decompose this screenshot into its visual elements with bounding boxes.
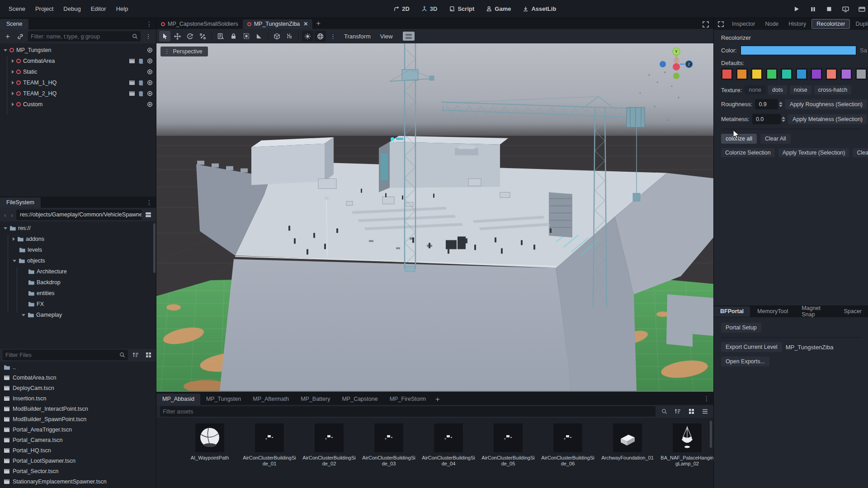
asset-item[interactable]: AirConClusterBuildingSide_02: [301, 423, 357, 488]
view-menu[interactable]: View: [376, 31, 397, 42]
default-color-swatch[interactable]: [721, 68, 733, 80]
new-scene-tab-button[interactable]: +: [312, 19, 324, 29]
current-path[interactable]: res://objects/Gameplay/Common/VehicleSpa…: [16, 210, 142, 220]
selection-list-button[interactable]: [215, 31, 226, 42]
viewport-3d[interactable]: Y Z ⋮ Perspective: [156, 43, 713, 392]
workspace-2d-button[interactable]: 2D: [390, 4, 413, 14]
texture-option-button[interactable]: noise: [790, 85, 811, 94]
file-filter[interactable]: [3, 350, 128, 360]
scene-tree-row[interactable]: TEAM_1_HQ: [0, 77, 156, 88]
file-row[interactable]: ..: [0, 362, 156, 373]
colorize-all-button[interactable]: colorize all: [721, 134, 757, 144]
export-current-level-button[interactable]: Export Current Level: [721, 342, 782, 352]
scene-tab-tungstenziba[interactable]: MP_TungstenZiba ✕: [243, 19, 313, 29]
folder-tree-row[interactable]: res://: [0, 223, 156, 234]
distraction-free-icon[interactable]: [698, 21, 713, 29]
asset-panel-menu-icon[interactable]: ⋮: [700, 395, 713, 405]
chevron-icon[interactable]: [13, 237, 15, 241]
default-color-swatch[interactable]: [811, 68, 822, 80]
folder-tree-row[interactable]: Backdrop: [0, 277, 156, 288]
preview-sun-button[interactable]: [302, 31, 313, 42]
tab-inspector[interactable]: Inspector: [727, 19, 760, 28]
file-row[interactable]: CombatArea.tscn: [0, 373, 156, 383]
asset-sort-icon[interactable]: [673, 407, 683, 417]
default-color-swatch[interactable]: [855, 68, 867, 80]
default-color-swatch[interactable]: [736, 68, 748, 80]
tab-duplicator3d[interactable]: Duplicator3D: [851, 19, 868, 28]
nav-back-icon[interactable]: ‹: [3, 211, 8, 219]
folder-tree-scrollbar[interactable]: [153, 223, 156, 273]
folder-tree-row[interactable]: FX: [0, 299, 156, 310]
folder-tree-row[interactable]: entities: [0, 288, 156, 299]
folder-tree-row[interactable]: Architecture: [0, 266, 156, 277]
object-snap-button[interactable]: [271, 31, 283, 42]
texture-option-button[interactable]: dots: [768, 85, 787, 94]
sort-files-icon[interactable]: [131, 350, 141, 360]
tab-node[interactable]: Node: [760, 19, 783, 28]
file-row[interactable]: ModBuilder_SpawnPoint.tscn: [0, 414, 156, 425]
preview-environment-button[interactable]: [315, 31, 326, 42]
default-color-swatch[interactable]: [826, 68, 837, 80]
file-row[interactable]: Portal_Sector.tscn: [0, 466, 156, 477]
script-badge-icon[interactable]: [138, 91, 143, 97]
open-exports-button[interactable]: Open Exports...: [721, 357, 769, 366]
workspace-assetlib-button[interactable]: AssetLib: [519, 4, 560, 14]
file-row[interactable]: Portal_LootSpawner.tscn: [0, 456, 156, 466]
group-button[interactable]: [241, 31, 252, 42]
workspace-3d-button[interactable]: 3D: [418, 4, 441, 14]
visibility-eye-icon[interactable]: [146, 58, 153, 64]
visibility-eye-icon[interactable]: [146, 101, 153, 108]
tab-scene[interactable]: Scene: [0, 19, 28, 29]
nav-forward-icon[interactable]: ›: [9, 211, 14, 219]
instance-scene-button[interactable]: [15, 32, 25, 42]
tab-memorytool[interactable]: MemoryTool: [751, 306, 794, 317]
chevron-icon[interactable]: [12, 81, 14, 84]
asset-filter[interactable]: [160, 406, 656, 417]
asset-item[interactable]: ArchwayFoundation_01: [599, 423, 656, 488]
metalness-input[interactable]: 0.0: [752, 114, 781, 124]
split-mode-icon[interactable]: [143, 210, 153, 220]
file-filter-input[interactable]: [5, 352, 119, 358]
default-color-swatch[interactable]: [751, 68, 763, 80]
workspace-script-button[interactable]: Script: [445, 4, 478, 14]
menu-scene[interactable]: Scene: [5, 4, 29, 14]
chevron-icon[interactable]: [4, 227, 7, 230]
scene-tree-options-icon[interactable]: ⋮: [143, 32, 153, 42]
lock-button[interactable]: [228, 31, 239, 42]
asset-item[interactable]: AirConClusterBuildingSide_01: [241, 423, 297, 488]
visibility-eye-icon[interactable]: [146, 47, 153, 53]
asset-tab[interactable]: MP_Capstone: [336, 394, 383, 405]
scene-filter[interactable]: [28, 31, 141, 42]
file-row[interactable]: Portal_Camera.tscn: [0, 435, 156, 446]
folder-tree-row[interactable]: objects: [0, 255, 156, 266]
asset-item[interactable]: AirConClusterBuildingSide_04: [420, 423, 476, 488]
tab-filesystem[interactable]: FileSystem: [0, 197, 41, 208]
asset-view-list-icon[interactable]: [700, 407, 710, 417]
scene-tree-row[interactable]: MP_Tungsten: [0, 45, 156, 56]
chevron-icon[interactable]: [12, 92, 14, 95]
tab-history[interactable]: History: [784, 19, 811, 28]
chevron-icon[interactable]: [12, 103, 14, 106]
apply-roughness-button[interactable]: Apply Roughness (Selection): [785, 99, 867, 109]
stop-button[interactable]: [825, 5, 834, 14]
file-view-grid-icon[interactable]: [143, 350, 153, 360]
scene-dock-menu-icon[interactable]: ⋮: [142, 20, 156, 29]
file-row[interactable]: Portal_AreaTrigger.tscn: [0, 425, 156, 435]
clapperboard-badge-icon[interactable]: [129, 91, 135, 96]
file-row[interactable]: ModBuilder_InteractPoint.tscn: [0, 404, 156, 414]
remote-debug-button[interactable]: [841, 5, 850, 14]
preview-options-icon[interactable]: ⋮: [327, 31, 339, 42]
file-row[interactable]: StationaryEmplacementSpawner.tscn: [0, 477, 156, 487]
asset-tab[interactable]: MP_Aftermath: [247, 394, 295, 405]
clapperboard-badge-icon[interactable]: [129, 58, 135, 64]
move-tool-button[interactable]: [172, 31, 183, 42]
clear-all-button[interactable]: Clear All: [760, 134, 791, 144]
texture-option-button[interactable]: cross-hatch: [814, 85, 852, 94]
workspace-game-button[interactable]: Game: [482, 4, 514, 14]
play-button[interactable]: [792, 5, 801, 14]
menu-editor[interactable]: Editor: [87, 4, 110, 14]
asset-tab[interactable]: MP_Tungsten: [200, 394, 247, 405]
asset-filter-input[interactable]: [163, 408, 653, 415]
visibility-eye-icon[interactable]: [146, 80, 153, 86]
chevron-icon[interactable]: [4, 49, 7, 52]
